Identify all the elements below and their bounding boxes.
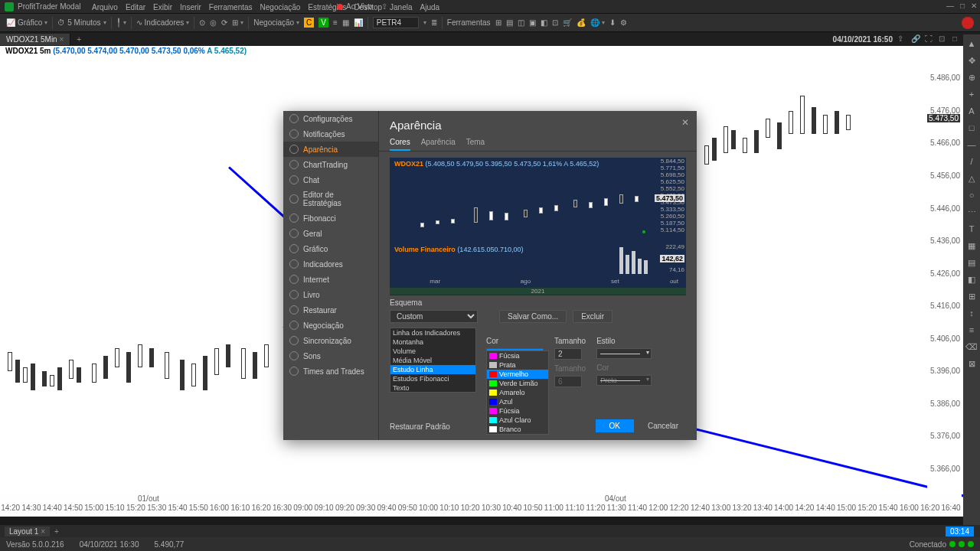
popout-chart-icon[interactable]: ⊡ xyxy=(939,34,948,44)
tb-watchlist-icon[interactable]: ≣ xyxy=(431,18,437,27)
share-chart-icon[interactable]: ⇪ xyxy=(897,34,906,44)
tb-tool-3[interactable]: ◫ xyxy=(518,18,524,27)
menu-negociacao[interactable]: Negociação xyxy=(260,3,301,11)
excluir-button[interactable]: Excluir xyxy=(573,310,612,323)
indicator-item[interactable]: Volume xyxy=(390,347,475,356)
share-icon[interactable]: ⇪ xyxy=(381,2,387,11)
tb-gear-icon[interactable]: ⚙ xyxy=(620,18,627,27)
timeframe-dropdown[interactable]: ⏱ 5 Minutos▾ xyxy=(57,18,106,27)
draw-tool[interactable]: ≡ xyxy=(965,325,978,337)
indicadores-dropdown[interactable]: ∿ Indicadores▾ xyxy=(136,18,190,27)
tb-icon-1[interactable]: ⊙ xyxy=(199,18,205,27)
tab-add[interactable]: + xyxy=(70,34,87,45)
color-option[interactable]: Azul Claro xyxy=(487,416,548,425)
menu-janela[interactable]: Janela xyxy=(390,3,412,11)
sidebar-item[interactable]: Chat xyxy=(283,172,378,187)
tb-globe-icon[interactable]: 🌐▾ xyxy=(590,18,605,27)
tb-cart-icon[interactable]: 🛒 xyxy=(563,18,572,27)
color-option[interactable]: Vermelho xyxy=(487,370,548,379)
draw-tool[interactable]: ✥ xyxy=(965,56,978,68)
dialog-close-icon[interactable]: ✕ xyxy=(681,117,689,128)
grafico-dropdown[interactable]: 📈 Gráfico▾ xyxy=(6,18,47,27)
sidebar-item[interactable]: Livro xyxy=(283,287,378,302)
color-option[interactable]: Verde Limão xyxy=(487,379,548,388)
trendline[interactable] xyxy=(228,166,286,219)
search-chevron-icon[interactable]: ▾ xyxy=(423,19,426,26)
menu-editar[interactable]: Editar xyxy=(126,3,145,11)
layout-add[interactable]: + xyxy=(50,527,64,536)
cancel-button[interactable]: Cancelar xyxy=(640,419,686,432)
indicator-item[interactable]: Estudo Linha xyxy=(390,365,475,374)
color-option[interactable]: Azul xyxy=(487,397,548,406)
salvar-como-button[interactable]: Salvar Como... xyxy=(499,310,567,323)
draw-tool[interactable]: ⊕ xyxy=(965,73,978,85)
menu-ferramentas[interactable]: Ferramentas xyxy=(209,3,253,11)
menu-exibir[interactable]: Exibir xyxy=(153,3,172,11)
link-chart-icon[interactable]: 🔗 xyxy=(911,34,920,44)
esquema-select[interactable]: Custom xyxy=(390,310,478,323)
sidebar-item[interactable]: Gráfico xyxy=(283,241,378,256)
draw-tool[interactable]: □ xyxy=(965,123,978,135)
sidebar-item[interactable]: Geral xyxy=(283,226,378,241)
tb-icon-3[interactable]: ⟳ xyxy=(221,18,227,27)
indicator-item[interactable]: Texto xyxy=(390,383,475,393)
indicator-list[interactable]: Linha dos IndicadoresMontanhaVolumeMédia… xyxy=(390,328,476,393)
sidebar-item[interactable]: Configurações xyxy=(283,111,378,126)
minimize-icon[interactable]: — xyxy=(946,2,954,10)
draw-tool[interactable]: + xyxy=(965,90,978,102)
indicator-item[interactable]: Montanha xyxy=(390,337,475,347)
sidebar-item[interactable]: Indicadores xyxy=(283,256,378,272)
tab-aparencia[interactable]: Aparência xyxy=(421,135,456,151)
draw-tool[interactable]: / xyxy=(965,157,978,169)
menu-arquivo[interactable]: Arquivo xyxy=(92,3,118,11)
chart-tab[interactable]: WDOX21 5Min × xyxy=(0,34,70,45)
draw-tool[interactable]: T xyxy=(965,224,978,236)
color-option[interactable]: Branco xyxy=(487,425,548,434)
sidebar-item[interactable]: Negociação xyxy=(283,318,378,333)
maximize-chart-icon[interactable]: □ xyxy=(952,34,962,44)
ferramentas-label[interactable]: Ferramentas xyxy=(447,18,491,27)
sidebar-item[interactable]: Fibonacci xyxy=(283,210,378,226)
tamanho-input[interactable] xyxy=(554,348,582,360)
tb-icon-4[interactable]: ⊞▾ xyxy=(232,18,243,27)
draw-tool[interactable]: ▤ xyxy=(965,258,978,270)
draw-tool[interactable]: ⋯ xyxy=(965,207,978,220)
sidebar-item[interactable]: Notificações xyxy=(283,126,378,142)
draw-tool[interactable]: — xyxy=(965,140,978,152)
color-option[interactable]: Amarelo xyxy=(487,388,548,397)
tab-cores[interactable]: Cores xyxy=(390,135,410,151)
draw-tool[interactable]: ⊞ xyxy=(965,292,978,304)
close-icon[interactable]: ✕ xyxy=(971,2,977,10)
indicator-item[interactable]: Linha dos Indicadores xyxy=(390,328,475,337)
restore-default-button[interactable]: Restaurar Padrão xyxy=(390,422,450,431)
indicator-item[interactable]: Estudos Fibonacci xyxy=(390,374,475,383)
tb-tool-5[interactable]: ◧ xyxy=(541,18,547,27)
draw-tool[interactable]: ○ xyxy=(965,191,978,203)
candle-type-icon[interactable]: ╿▾ xyxy=(116,18,126,27)
notification-bell-icon[interactable] xyxy=(962,17,974,29)
sidebar-item[interactable]: Editor de Estratégias xyxy=(283,187,378,210)
sidebar-item[interactable]: Times and Trades xyxy=(283,364,378,379)
tb-tool-1[interactable]: ⊞ xyxy=(495,18,501,27)
tb-list-icon[interactable]: ≡ xyxy=(333,18,338,27)
indicator-item[interactable]: Média Móvel xyxy=(390,356,475,365)
tb-tool-6[interactable]: ⊡ xyxy=(552,18,558,27)
tb-tool-2[interactable]: ▤ xyxy=(506,18,513,27)
draw-tool[interactable]: ↕ xyxy=(965,308,978,321)
draw-tool[interactable]: ⊠ xyxy=(965,359,978,371)
layout-tab[interactable]: Layout 1 × xyxy=(5,527,50,536)
tb-grid-icon[interactable]: ▦ xyxy=(342,18,349,27)
estilo-select[interactable]: ▾ xyxy=(596,348,652,359)
sidebar-item[interactable]: Sincronização xyxy=(283,333,378,348)
draw-tool[interactable]: ⌫ xyxy=(965,342,978,354)
tb-badge-2[interactable]: V xyxy=(318,18,328,28)
sidebar-item[interactable]: ChartTrading xyxy=(283,157,378,172)
sidebar-item[interactable]: Sons xyxy=(283,348,378,364)
color-option[interactable]: Fúcsia xyxy=(487,406,548,416)
tb-chart-icon[interactable]: 📊 xyxy=(354,18,363,27)
draw-tool[interactable]: A xyxy=(965,106,978,119)
draw-tool[interactable]: ▲ xyxy=(965,39,978,51)
sidebar-item[interactable]: Restaurar xyxy=(283,302,378,318)
menu-inserir[interactable]: Inserir xyxy=(180,3,201,11)
symbol-search[interactable] xyxy=(373,17,419,28)
